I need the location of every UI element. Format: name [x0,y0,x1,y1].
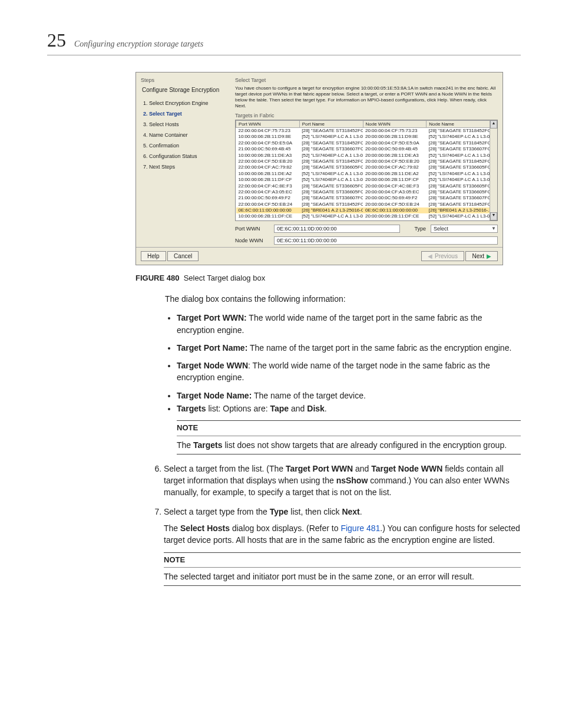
list-item: Target Port WWN: The world wide name of … [177,312,521,336]
wizard-step[interactable]: 5. Confirmation [141,140,229,151]
info-bullets: Targets list: Options are: Tape and Disk… [177,403,521,414]
wizard-step[interactable]: 7. Next Steps [141,162,229,172]
table-row[interactable]: 10:00:00:06:2B:11:DF:CF[52] "LSI7404EP-L… [236,177,490,183]
scroll-down-icon[interactable]: ▼ [490,212,497,220]
table-row[interactable]: 10:00:00:06:2B:11:DE:A3[52] "LSI7404EP-L… [236,153,490,159]
info-bullets: Target Port WWN: The world wide name of … [177,312,521,401]
note-body: The selected target and initiator port m… [164,568,521,586]
list-item: Target Node WWN: The world wide name of … [177,360,521,384]
table-row[interactable]: 22:00:00:04:CF:75:73:23[28] "SEAGATE ST3… [236,128,490,134]
list-item: Target Port Name: The name of the target… [177,342,521,354]
table-row[interactable]: 10:00:00:06:2B:11:D9:8E[52] "LSI7404EP-L… [236,134,490,140]
chapter-number: 25 [47,29,66,51]
table-row[interactable]: 22:00:00:04:CF:5D:E5:0A[28] "SEAGATE ST3… [236,140,490,146]
scrollbar[interactable]: ▲ ▼ [490,120,497,220]
column-header[interactable]: Node Name [427,121,490,128]
wizard-step[interactable]: 4. Name Container [141,130,229,140]
table-row[interactable]: 22:00:00:04:CF:5D:EB:24[28] "SEAGATE ST3… [236,202,490,207]
table-row[interactable]: 10:00:00:06:2B:11:D9:8C[52] "LSI7404EP-L… [236,220,490,221]
node-wwn-input[interactable]: 0E:6C:00:11:0D:00:00:00 [274,236,498,245]
port-wwn-input[interactable]: 0E:6C:00:11:0D:00:00:00 [274,225,400,233]
wizard-step[interactable]: 1. Select Encryption Engine [141,98,229,108]
table-row[interactable]: 21:00:00:0C:50:69:49:F2[28] "SEAGATE ST3… [236,195,490,201]
cancel-button[interactable]: Cancel [167,251,199,261]
step-detail: The Select Hosts dialog box displays. (R… [164,522,521,546]
select-target-dialog: Steps Configure Storage Encryption 1. Se… [135,72,503,265]
type-label: Type [411,226,426,232]
column-header[interactable]: Node WWN [363,121,427,128]
targets-table[interactable]: Port WWNPort NameNode WWNNode Name22:00:… [235,120,498,221]
type-select[interactable]: Select [431,225,498,233]
intro-text: The dialog box contains the following in… [165,293,521,305]
steps-label: Steps [141,77,229,83]
procedure-steps: Select a target from the list. (The Targ… [147,463,521,518]
node-wwn-label: Node WWN [235,238,269,243]
chapter-title: Configuring encryption storage targets [74,39,203,49]
list-item: Select a target type from the Type list,… [164,506,521,518]
scroll-up-icon[interactable]: ▲ [490,120,497,129]
wizard-title: Configure Storage Encryption [142,87,229,93]
port-wwn-label: Port WWN [235,226,269,232]
column-header[interactable]: Port WWN [236,121,300,128]
list-item: Select a target from the list. (The Targ… [164,463,521,499]
panel-title: Select Target [235,77,498,83]
column-header[interactable]: Port Name [299,121,363,128]
help-button[interactable]: Help [141,251,166,261]
next-button[interactable]: Next▶ [465,251,498,261]
figure-caption: FIGURE 480 Select Target dialog box [135,274,521,282]
page-header: 25 Configuring encryption storage target… [47,29,521,55]
wizard-step[interactable]: 3. Select Hosts [141,119,229,130]
wizard-step[interactable]: 2. Select Target [141,108,229,119]
table-row[interactable]: 22:00:00:04:CF:A3:05:EC[28] "SEAGATE ST3… [236,189,490,195]
wizard-steps: 1. Select Encryption Engine2. Select Tar… [141,98,229,172]
table-row[interactable]: 22:00:00:04:CF:4C:8E:F3[28] "SEAGATE ST3… [236,183,490,189]
list-item: Target Node Name: The name of the target… [177,390,521,401]
list-item: Targets list: Options are: Tape and Disk… [177,403,521,414]
note-body: The Targets list does not show targets t… [177,436,521,454]
table-row[interactable]: 0E:6C:00:11:0D:00:00:00[26] "BRE041 A.2 … [236,207,490,213]
table-row[interactable]: 22:00:00:04:CF:AC:79:82[28] "SEAGATE ST3… [236,164,490,170]
note-heading: NOTE [164,552,521,568]
note-heading: NOTE [177,420,521,436]
table-row[interactable]: 10:00:00:06:2B:11:DF:CE[52] "LSI7404EP-L… [236,213,490,219]
instructions: You have chosen to configure a target fo… [235,85,498,109]
previous-button[interactable]: ◀Previous [421,251,464,261]
table-row[interactable]: 21:00:00:0C:50:69:4B:45[28] "SEAGATE ST3… [236,146,490,152]
figure-link[interactable]: Figure 481 [340,523,380,533]
wizard-step[interactable]: 6. Configuration Status [141,151,229,162]
targets-label: Targets in Fabric [235,113,498,118]
table-row[interactable]: 22:00:00:04:CF:5D:EB:20[28] "SEAGATE ST3… [236,159,490,164]
table-row[interactable]: 10:00:00:06:2B:11:DE:A2[52] "LSI7404EP-L… [236,171,490,177]
